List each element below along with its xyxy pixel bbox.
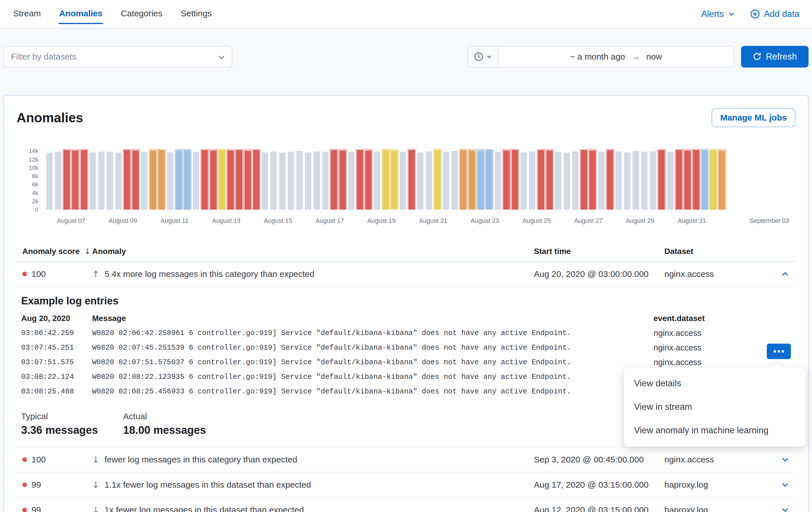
x-axis-label: August 25 xyxy=(522,217,551,224)
refresh-button[interactable]: Refresh xyxy=(741,46,809,68)
chart-bar xyxy=(261,149,269,210)
log-entry-actions-button[interactable] xyxy=(767,344,791,359)
chart-bar xyxy=(71,149,80,210)
anomaly-dataset: nginx.access xyxy=(664,455,775,464)
chart-x-axis: August 07August 09August 11August 13Augu… xyxy=(43,210,795,227)
log-timestamp: 03:06:42.259 xyxy=(21,329,92,337)
log-date-header: Aug 20, 2020 xyxy=(21,314,92,323)
column-header-label: Anomaly xyxy=(92,247,126,256)
chart-bar xyxy=(373,149,381,210)
log-entry-row[interactable]: 03:06:42.259 W0820 02:06:42.258961 6 con… xyxy=(21,326,791,341)
anomaly-dataset: haproxy.log xyxy=(664,505,775,512)
chart-bar xyxy=(114,149,123,210)
anomaly-message: 1x fewer log messages in this dataset th… xyxy=(105,505,304,512)
column-header-start-time: Start time xyxy=(534,247,664,256)
chevron-down-icon xyxy=(486,54,492,59)
anomaly-table-row[interactable]: 99 ↓ 1x fewer log messages in this datas… xyxy=(17,498,795,512)
expanded-row-details: Example log entries Aug 20, 2020 Message… xyxy=(17,287,795,447)
chart-bar xyxy=(209,149,218,210)
log-dataset-header: event.dataset xyxy=(654,314,791,323)
column-header-label: Anomaly score xyxy=(22,247,80,256)
chart-bar xyxy=(537,149,545,210)
chart-bar xyxy=(623,149,632,210)
chart-bar xyxy=(459,149,467,210)
chart-plot[interactable] xyxy=(43,149,795,210)
chart-bar xyxy=(442,149,451,210)
tab-anomalies[interactable]: Anomalies xyxy=(59,4,103,24)
nav-tab-label: Anomalies xyxy=(59,8,103,18)
anomaly-table-row[interactable]: 100 ↓ fewer log messages in this categor… xyxy=(17,447,795,473)
expand-row-button[interactable] xyxy=(779,478,792,491)
tab-settings[interactable]: Settings xyxy=(180,4,212,24)
column-header-label: Start time xyxy=(534,247,571,256)
date-range-picker[interactable]: ~ a month ago → now xyxy=(467,46,734,68)
chart-bar xyxy=(278,149,287,210)
chart-bar xyxy=(313,149,321,210)
dataset-filter-input[interactable] xyxy=(3,46,232,68)
chart-bar xyxy=(192,149,200,210)
chart-bar xyxy=(381,149,390,210)
chart-bar xyxy=(295,149,304,210)
anomaly-table-row[interactable]: 99 ↓ 1.1x fewer log messages in this dat… xyxy=(17,473,795,498)
popover-item-view-details[interactable]: View details xyxy=(624,372,806,395)
anomaly-table-row[interactable]: 100 ↑ 5.4x more log messages in this cat… xyxy=(17,262,795,287)
log-message: W0820 02:07:45.251539 6 controller.go:91… xyxy=(92,344,654,352)
popover-item-view-in-stream[interactable]: View in stream xyxy=(624,395,806,419)
direction-arrow-icon: ↓ xyxy=(92,480,99,490)
tab-stream[interactable]: Stream xyxy=(12,4,41,24)
date-range-end[interactable]: now xyxy=(646,52,662,61)
nav-tab-label: Categories xyxy=(121,8,162,18)
anomaly-start-time: Aug 12, 2020 @ 03:15:00.000 xyxy=(534,505,664,512)
x-axis-label: August 17 xyxy=(316,217,344,224)
severity-dot xyxy=(22,483,27,487)
log-entry-row[interactable]: 03:07:45.251 W0820 02:07:45.251539 6 con… xyxy=(21,341,791,355)
clock-icon xyxy=(474,52,484,61)
expand-row-button[interactable] xyxy=(779,453,792,466)
chart-bar xyxy=(54,149,62,210)
add-data-button[interactable]: Add data xyxy=(750,9,800,19)
log-timestamp: 03:07:51.575 xyxy=(21,358,92,367)
chart-bar xyxy=(252,149,261,210)
tab-categories[interactable]: Categories xyxy=(120,4,163,24)
y-axis-label: 6k xyxy=(32,181,38,188)
chart-bar xyxy=(519,149,528,210)
column-header-anomaly-score[interactable]: Anomaly score ↓ xyxy=(17,247,92,256)
alerts-menu-button[interactable]: Alerts xyxy=(701,9,735,19)
x-axis-label: August 19 xyxy=(367,217,396,224)
y-axis-label: 10k xyxy=(29,164,38,172)
chart-bar xyxy=(399,149,407,210)
expand-row-button[interactable] xyxy=(779,504,792,512)
anomaly-score: 99 xyxy=(31,480,41,490)
add-data-label: Add data xyxy=(764,9,800,19)
chart-bar xyxy=(218,149,226,210)
chart-bar xyxy=(657,149,666,210)
expand-row-button[interactable] xyxy=(779,267,792,280)
y-axis-label: 12k xyxy=(29,156,38,163)
popover-items: View detailsView in streamView anomaly i… xyxy=(624,372,806,442)
chart-bar xyxy=(451,149,459,210)
ellipsis-icon xyxy=(774,350,784,352)
date-range-display: ~ a month ago → now xyxy=(498,46,734,67)
nav-tabs: StreamAnomaliesCategoriesSettings xyxy=(12,0,212,28)
x-axis-label: August 27 xyxy=(574,217,603,224)
nav-tab-label: Stream xyxy=(13,8,41,18)
y-axis-label: 8k xyxy=(32,172,38,180)
actual-label: Actual xyxy=(123,411,206,421)
date-range-start[interactable]: ~ a month ago xyxy=(570,52,625,61)
anomalies-table: Anomaly score ↓ Anomaly Start time Datas… xyxy=(17,242,795,512)
refresh-icon xyxy=(753,52,761,61)
chart-bar xyxy=(666,149,675,210)
chart-bar xyxy=(606,149,614,210)
x-axis-label: August 13 xyxy=(212,217,240,224)
column-header-dataset: Dataset xyxy=(664,247,775,256)
log-message: W0820 02:07:51.575037 6 controller.go:91… xyxy=(92,358,654,367)
chart-bar xyxy=(700,149,709,210)
manage-ml-jobs-button[interactable]: Manage ML jobs xyxy=(712,108,795,127)
page-title: Anomalies xyxy=(17,110,83,126)
dataset-filter-select[interactable] xyxy=(3,46,232,68)
chart-bar xyxy=(183,149,192,210)
direction-arrow-icon: ↓ xyxy=(92,455,99,465)
chevron-down-icon xyxy=(728,10,735,18)
popover-item-view-anomaly-in-machine-learning[interactable]: View anomaly in machine learning xyxy=(624,419,806,442)
date-quick-select-button[interactable] xyxy=(468,46,498,67)
